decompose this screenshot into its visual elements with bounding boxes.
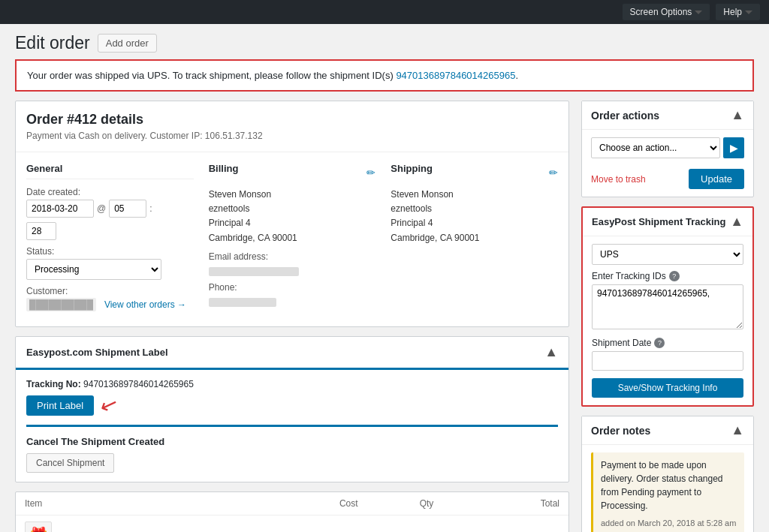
cancel-shipment-button[interactable]: Cancel Shipment <box>26 453 114 473</box>
move-to-trash-link[interactable]: Move to trash <box>591 174 646 185</box>
billing-email-blurred <box>209 267 299 276</box>
add-order-button[interactable]: Add order <box>98 34 157 53</box>
page-title: Edit order <box>15 33 90 53</box>
print-label-button[interactable]: Print Label <box>26 395 94 416</box>
screen-options-arrow-icon <box>695 11 702 14</box>
order-sections: General Date created: @ : <box>16 152 568 326</box>
items-table: Item Cost Qty Total 🎁 Xmas <box>16 492 568 532</box>
status-select[interactable]: Processing <box>26 259 161 280</box>
screen-options-label: Screen Options <box>630 7 692 17</box>
cancel-shipment-section: Cancel The Shipment Created Cancel Shipm… <box>26 425 558 473</box>
date-input-row: @ : <box>26 200 194 218</box>
easypost-toggle[interactable]: ▲ <box>730 214 743 230</box>
items-table-header-row: Item Cost Qty Total <box>16 492 568 515</box>
customer-row: ██████████ View other orders → <box>26 299 194 310</box>
tracking-no-value: 947013689784601426​5965 <box>83 379 194 389</box>
note-date: added on March 20, 2018 at 5:28 am <box>601 518 736 527</box>
easypost-title: EasyPost Shipment Tracking <box>592 216 725 227</box>
page-title-area: Edit order Add order <box>0 24 769 59</box>
shipment-label-header: Easypost.com Shipment Label ▲ <box>16 337 568 370</box>
update-button[interactable]: Update <box>689 169 744 189</box>
colon-label: : <box>149 203 152 214</box>
screen-options-btn[interactable]: Screen Options <box>623 4 710 20</box>
help-btn[interactable]: Help <box>716 4 760 20</box>
order-actions-header: Order actions ▲ <box>582 101 753 130</box>
order-notes-toggle[interactable]: ▲ <box>731 422 744 438</box>
date-created-label: Date created: <box>26 187 194 197</box>
item-total-cell: $500.00 <box>442 515 568 533</box>
shipment-label-title: Easypost.com Shipment Label <box>26 347 168 358</box>
item-cell-inner: 🎁 Xmas Gift <box>25 521 232 532</box>
at-label: @ <box>97 203 106 214</box>
order-details-header: Order #412 details Payment via Cash on d… <box>16 101 568 152</box>
shipment-label-toggle[interactable]: ▲ <box>544 344 558 360</box>
red-arrow-icon: ↙ <box>97 392 120 417</box>
status-label: Status: <box>26 246 194 257</box>
general-section: General Date created: @ : <box>26 163 194 316</box>
tracking-ids-label-text: Enter Tracking IDs <box>592 271 666 281</box>
order-notes-title: Order notes <box>591 425 650 437</box>
billing-email-label: Email address: <box>209 251 376 262</box>
minutes-input[interactable] <box>26 222 56 240</box>
shipping-info: Steven Monson eznettools Principal 4 Cam… <box>391 188 558 245</box>
shipment-date-help-icon[interactable]: ? <box>654 338 665 348</box>
customer-name-blurred: ██████████ <box>26 298 96 311</box>
order-actions-title: Order actions <box>591 110 659 122</box>
order-actions-body: Choose an action... ▶ Move to trash Upda… <box>582 130 753 197</box>
note-item: Payment to be made upon delivery. Order … <box>591 452 744 532</box>
total-col-header: Total <box>442 492 568 515</box>
item-name-link[interactable]: Xmas Gift <box>59 530 102 533</box>
order-meta: Payment via Cash on delivery. Customer I… <box>26 131 558 141</box>
shipment-date-input[interactable] <box>592 351 743 371</box>
item-cell: 🎁 Xmas Gift <box>16 515 241 533</box>
shipment-date-label-text: Shipment Date <box>592 338 651 348</box>
cancel-shipment-title: Cancel The Shipment Created <box>26 436 558 447</box>
note-meta: added on March 20, 2018 at 5:28 am Delet… <box>601 517 737 532</box>
item-col-header: Item <box>16 492 241 515</box>
tracking-ids-textarea[interactable]: 9470136897846014265965, <box>592 284 743 329</box>
billing-title-row: Billing ✏ <box>209 163 376 182</box>
billing-email-row: Email address: <box>209 251 376 276</box>
help-label: Help <box>723 7 742 17</box>
save-tracking-button[interactable]: Save/Show Tracking Info <box>592 378 743 398</box>
order-actions-toggle[interactable]: ▲ <box>731 107 744 123</box>
shipment-label-box: Easypost.com Shipment Label ▲ Tracking N… <box>15 336 569 482</box>
note-text: Payment to be made upon delivery. Order … <box>601 458 737 512</box>
right-column: Order actions ▲ Choose an action... ▶ Mo… <box>581 101 754 532</box>
easypost-header: EasyPost Shipment Tracking ▲ <box>583 208 752 236</box>
shipping-edit-icon[interactable]: ✏ <box>549 167 558 179</box>
billing-phone-row: Phone: <box>209 282 376 307</box>
billing-phone-label: Phone: <box>209 282 376 293</box>
shipment-date-label-row: Shipment Date ? <box>592 338 743 348</box>
item-qty-cell: × 1 <box>367 515 443 533</box>
order-details-title: Order #412 details <box>26 112 558 128</box>
gift-icon: 🎁 <box>29 526 48 532</box>
items-table-body: 🎁 Xmas Gift $500.00 × 1 $500.00 <box>16 515 568 533</box>
date-field-row: Date created: @ : <box>26 187 194 240</box>
order-notes-header: Order notes ▲ <box>582 416 753 445</box>
shipping-section: Shipping ✏ Steven Monson eznettools Prin… <box>391 163 558 316</box>
tracking-ids-label-row: Enter Tracking IDs ? <box>592 271 743 281</box>
shipping-title-row: Shipping ✏ <box>391 163 558 182</box>
view-other-orders-link[interactable]: View other orders → <box>104 299 186 310</box>
tracking-ids-help-icon[interactable]: ? <box>669 271 680 281</box>
shipping-section-title: Shipping <box>391 163 433 174</box>
status-field-row: Status: Processing <box>26 246 194 280</box>
time-input[interactable] <box>109 200 146 218</box>
order-actions-box: Order actions ▲ Choose an action... ▶ Mo… <box>581 101 754 197</box>
tracking-no-row: Tracking No: 947013689784601426​5965 <box>26 379 558 389</box>
shipment-label-body: Tracking No: 947013689784601426​5965 Pri… <box>16 370 568 482</box>
tracking-link[interactable]: 947013689784601426​5965 <box>396 70 515 81</box>
general-section-title: General <box>26 163 194 179</box>
action-select-row: Choose an action... ▶ <box>591 137 744 158</box>
carrier-select[interactable]: UPS USPS FedEx DHL <box>592 244 743 265</box>
choose-action-select[interactable]: Choose an action... <box>591 137 720 158</box>
date-input[interactable] <box>26 200 94 218</box>
item-image: 🎁 <box>25 521 52 532</box>
actions-footer: Move to trash Update <box>591 164 744 189</box>
billing-edit-icon[interactable]: ✏ <box>366 167 375 179</box>
print-btn-row: Print Label ↙ <box>26 395 558 416</box>
action-go-button[interactable]: ▶ <box>723 137 744 158</box>
billing-address1: Principal 4 <box>209 216 376 230</box>
shipping-name: Steven Monson <box>391 188 558 202</box>
